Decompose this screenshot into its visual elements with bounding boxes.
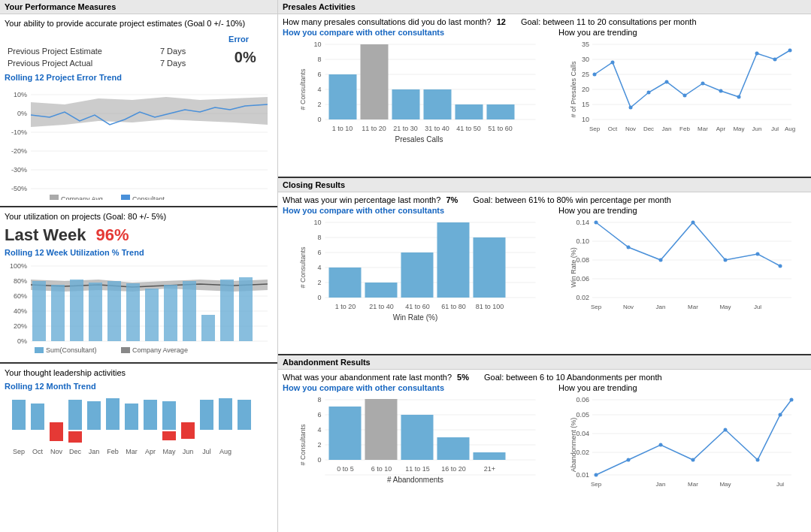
svg-text:Jul: Jul bbox=[754, 304, 761, 310]
svg-text:6: 6 bbox=[317, 249, 321, 256]
svg-text:35: 35 bbox=[582, 41, 589, 48]
right-panel: Presales Activities How many presales co… bbox=[278, 0, 811, 532]
svg-text:-50%: -50% bbox=[11, 185, 27, 192]
svg-text:20: 20 bbox=[582, 86, 589, 93]
svg-rect-47 bbox=[31, 404, 44, 430]
closing-stat-label: What was your win percentage last month?… bbox=[283, 195, 458, 204]
presales-histogram: 10 8 6 4 2 0 # Consultants 1 to 10 bbox=[283, 37, 555, 153]
thought-leadership-chart: Sep Oct Nov Dec Jan Feb Mar Apr May Jun … bbox=[5, 392, 268, 460]
svg-point-113 bbox=[611, 61, 615, 65]
svg-text:11 to 20: 11 to 20 bbox=[362, 125, 386, 132]
svg-text:# Consultants: # Consultants bbox=[299, 246, 307, 289]
svg-text:Sep: Sep bbox=[589, 125, 601, 132]
svg-text:0.04: 0.04 bbox=[576, 430, 589, 437]
svg-rect-54 bbox=[144, 400, 157, 430]
svg-text:May: May bbox=[733, 125, 744, 132]
last-week-value: 96% bbox=[95, 225, 129, 244]
abandonment-trend-area: How you are trending 0.06 0.05 0.04 0.02… bbox=[558, 383, 806, 511]
svg-text:25: 25 bbox=[582, 71, 589, 78]
svg-point-116 bbox=[665, 80, 669, 84]
svg-text:Jan: Jan bbox=[656, 304, 666, 310]
svg-text:# Consultants: # Consultants bbox=[299, 424, 307, 466]
svg-point-177 bbox=[779, 264, 782, 268]
svg-text:41 to 60: 41 to 60 bbox=[405, 303, 430, 310]
closing-histogram: 10 8 6 4 2 0 # Consultants 1 to 20 bbox=[283, 215, 555, 331]
svg-point-123 bbox=[788, 49, 792, 53]
svg-point-122 bbox=[773, 58, 777, 62]
svg-text:Nov: Nov bbox=[623, 304, 634, 310]
svg-text:Sep: Sep bbox=[591, 481, 602, 488]
svg-text:10: 10 bbox=[582, 116, 589, 123]
svg-text:0.10: 0.10 bbox=[576, 237, 589, 245]
abandonment-stat-label: What was your abandonment rate last mont… bbox=[283, 373, 469, 382]
svg-text:4: 4 bbox=[317, 264, 321, 271]
svg-rect-36 bbox=[145, 289, 159, 341]
svg-text:6: 6 bbox=[317, 71, 321, 78]
svg-rect-48 bbox=[50, 422, 63, 441]
svg-text:Feb: Feb bbox=[107, 448, 119, 455]
svg-text:Mar: Mar bbox=[126, 448, 138, 455]
svg-text:61 to 80: 61 to 80 bbox=[441, 303, 466, 310]
svg-text:Nov: Nov bbox=[50, 448, 63, 455]
svg-point-117 bbox=[683, 94, 687, 98]
svg-text:Nov: Nov bbox=[625, 125, 636, 132]
svg-point-176 bbox=[756, 252, 760, 255]
svg-rect-50 bbox=[68, 431, 82, 443]
svg-rect-38 bbox=[183, 281, 196, 341]
svg-rect-196 bbox=[329, 407, 362, 460]
svg-rect-55 bbox=[162, 401, 176, 430]
svg-rect-44 bbox=[121, 347, 130, 353]
project-estimates-title: Your ability to provide accurate project… bbox=[5, 19, 273, 28]
svg-rect-200 bbox=[401, 415, 434, 460]
svg-rect-41 bbox=[239, 277, 253, 341]
estimate-table: Error Previous Project Estimate 7 Days 0… bbox=[5, 32, 273, 70]
presales-histogram-area: How you compare with other consultants 1… bbox=[283, 28, 555, 156]
presales-section: Presales Activities How many presales co… bbox=[278, 0, 811, 178]
svg-text:Company Average: Company Average bbox=[132, 346, 188, 354]
svg-rect-58 bbox=[200, 400, 213, 430]
svg-rect-52 bbox=[106, 398, 120, 430]
svg-rect-149 bbox=[329, 268, 362, 298]
svg-text:Mar: Mar bbox=[688, 481, 698, 488]
svg-rect-34 bbox=[107, 281, 121, 341]
svg-rect-13 bbox=[50, 195, 59, 200]
svg-point-120 bbox=[737, 95, 741, 99]
svg-text:2: 2 bbox=[317, 279, 321, 286]
project-error-chart: 10% 0% -10% -20% -30% -50% Company Avg C… bbox=[5, 83, 268, 200]
svg-text:31 to 40: 31 to 40 bbox=[425, 125, 449, 132]
svg-rect-37 bbox=[164, 285, 177, 341]
svg-text:Win Rate (%): Win Rate (%) bbox=[393, 313, 437, 322]
svg-text:Consultant: Consultant bbox=[132, 195, 165, 200]
svg-text:Sep: Sep bbox=[591, 304, 602, 310]
svg-text:Jan: Jan bbox=[89, 448, 100, 455]
estimate-val-2: 7 Days bbox=[153, 58, 204, 68]
svg-text:30: 30 bbox=[582, 56, 589, 63]
abandonment-trend-chart: 0.06 0.05 0.04 0.02 0.01 Abandonment (%) bbox=[558, 392, 806, 509]
svg-rect-86 bbox=[329, 74, 357, 119]
svg-text:Jan: Jan bbox=[662, 125, 672, 132]
svg-point-114 bbox=[629, 106, 633, 110]
svg-text:May: May bbox=[719, 304, 731, 310]
thought-leadership-section: Your thought leadership activities Rolli… bbox=[0, 364, 277, 532]
svg-text:0.08: 0.08 bbox=[576, 256, 589, 264]
svg-text:6 to 10: 6 to 10 bbox=[371, 465, 392, 473]
svg-text:0.01: 0.01 bbox=[576, 471, 589, 479]
svg-text:May: May bbox=[719, 481, 731, 488]
svg-point-219 bbox=[627, 458, 631, 462]
svg-point-172 bbox=[627, 245, 631, 249]
utilization-trend-label: Rolling 12 Week Utilization % Trend bbox=[5, 248, 273, 257]
svg-text:# Consultants: # Consultants bbox=[299, 68, 307, 110]
svg-text:80%: 80% bbox=[14, 277, 27, 285]
svg-text:Sep: Sep bbox=[13, 448, 25, 455]
project-trend-label: Rolling 12 Project Error Trend bbox=[5, 73, 273, 82]
estimate-label-1: Previous Project Estimate bbox=[6, 46, 151, 56]
svg-text:Jul: Jul bbox=[776, 481, 784, 488]
svg-text:6: 6 bbox=[317, 411, 321, 419]
svg-text:0.02: 0.02 bbox=[576, 294, 589, 301]
svg-text:May: May bbox=[162, 448, 176, 455]
svg-rect-59 bbox=[219, 398, 232, 430]
svg-rect-32 bbox=[70, 280, 83, 341]
svg-text:0.05: 0.05 bbox=[576, 411, 589, 419]
svg-text:Oct: Oct bbox=[608, 125, 618, 132]
presales-goal: Goal: between 11 to 20 consultations per… bbox=[521, 17, 697, 26]
